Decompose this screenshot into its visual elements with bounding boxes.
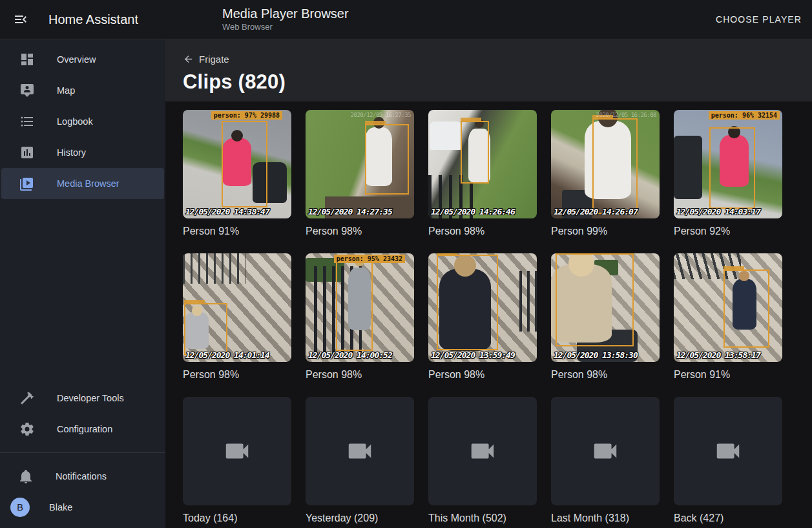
panel-subtitle: Web Browser xyxy=(222,23,349,32)
video-camera-icon xyxy=(590,436,620,466)
panel-title-block: Media Player Browser Web Browser xyxy=(222,6,349,32)
folder-card xyxy=(183,397,291,505)
sidebar-item-media-browser[interactable]: Media Browser xyxy=(1,168,164,199)
folder-item-yesterday-209[interactable]: Yesterday (209) xyxy=(306,397,414,528)
cog-icon xyxy=(19,421,35,437)
topbar-left: Home Assistant xyxy=(0,5,165,34)
chart-box-icon xyxy=(19,145,35,160)
scene-prop xyxy=(183,253,245,284)
timestamp-overlay: 12/05/2020 13:58:17 xyxy=(676,350,760,360)
tooltip-account-icon xyxy=(19,83,35,98)
clip-thumbnail: 12/05/2020 14:01:14 xyxy=(183,253,291,362)
sidebar-item-developer-tools[interactable]: Developer Tools xyxy=(1,383,164,414)
sidebar-item-history[interactable]: History xyxy=(1,137,164,168)
clip-item[interactable]: 2020/12/05 16:26:08 12/05/2020 14:26:07 … xyxy=(551,110,660,252)
clip-item[interactable]: person: 95% 23432 12/05/2020 14:00:52 Pe… xyxy=(306,253,414,396)
folder-card xyxy=(428,397,537,505)
sidebar-item-notifications[interactable]: Notifications xyxy=(0,461,165,492)
folder-label: Back (427) xyxy=(674,505,782,528)
video-camera-icon xyxy=(222,436,252,466)
detection-bbox xyxy=(365,124,408,195)
folder-card xyxy=(551,397,660,505)
folder-item-last-month-318[interactable]: Last Month (318) xyxy=(551,397,660,528)
sidebar-item-label: Logbook xyxy=(57,116,93,127)
timestamp-overlay: 12/05/2020 14:26:07 xyxy=(554,207,638,216)
scene-prop xyxy=(519,271,537,332)
sidebar-item-configuration[interactable]: Configuration xyxy=(1,414,164,445)
video-camera-icon xyxy=(468,436,497,466)
scene-prop xyxy=(430,121,462,150)
folder-item-back-427[interactable]: Back (427) xyxy=(674,397,782,528)
folder-label: Yesterday (209) xyxy=(306,505,414,528)
format-list-bulleted-icon xyxy=(19,114,35,129)
app-title: Home Assistant xyxy=(48,12,138,27)
breadcrumb[interactable]: Frigate xyxy=(183,39,229,65)
clip-caption: Person 91% xyxy=(674,362,782,396)
clip-item[interactable]: 12/05/2020 13:58:17 Person 91% xyxy=(674,253,782,396)
clip-thumbnail: 12/05/2020 13:59:49 xyxy=(428,253,537,362)
bell-icon xyxy=(18,469,34,484)
timestamp-overlay: 12/05/2020 13:59:49 xyxy=(431,350,515,360)
folder-item-today-164[interactable]: Today (164) xyxy=(183,397,291,528)
timestamp-overlay: 12/05/2020 14:03:17 xyxy=(676,207,760,216)
detection-bbox xyxy=(336,262,373,351)
media-browser-content: Frigate Clips (820) person: 97% 29988 12… xyxy=(165,39,812,528)
detection-label: person: 95% 23432 xyxy=(334,255,405,263)
sidebar-item-label: Map xyxy=(57,85,75,96)
clip-caption: Person 98% xyxy=(183,362,291,396)
choose-player-button[interactable]: CHOOSE PLAYER xyxy=(705,8,812,31)
page-title: Clips (820) xyxy=(183,70,812,94)
folder-card xyxy=(674,397,782,505)
folder-label: This Month (502) xyxy=(428,505,537,528)
sidebar-item-profile[interactable]: B Blake xyxy=(0,492,165,523)
clip-caption: Person 99% xyxy=(551,218,660,252)
clip-item[interactable]: 2020/12/05 16:27:35 12/05/2020 14:27:35 … xyxy=(306,110,414,252)
clip-caption: Person 98% xyxy=(551,362,660,396)
sidebar-item-label: Developer Tools xyxy=(57,393,124,403)
detection-label: person: 96% 32154 xyxy=(709,111,780,120)
clip-caption: Person 98% xyxy=(306,362,414,396)
folder-label: Last Month (318) xyxy=(551,505,660,528)
scene-prop xyxy=(674,136,702,198)
breadcrumb-label: Frigate xyxy=(199,54,229,65)
clip-item[interactable]: person: 97% 29988 12/05/2020 14:38:47 Pe… xyxy=(183,110,291,252)
clip-thumbnail: 12/05/2020 14:26:46 xyxy=(428,110,537,218)
sidebar-divider xyxy=(0,452,165,453)
top-app-bar: Home Assistant Media Player Browser Web … xyxy=(0,0,812,39)
folder-label: Today (164) xyxy=(183,505,291,528)
folder-item-this-month-502[interactable]: This Month (502) xyxy=(428,397,537,528)
clip-item[interactable]: 12/05/2020 14:01:14 Person 98% xyxy=(183,253,291,396)
clip-caption: Person 92% xyxy=(674,218,782,252)
sidebar-toggle-button[interactable] xyxy=(6,5,35,34)
clip-item[interactable]: 12/05/2020 13:58:30 Person 98% xyxy=(551,253,660,396)
timestamp-overlay: 12/05/2020 14:27:35 xyxy=(308,207,392,216)
menu-open-icon xyxy=(13,12,28,27)
clip-thumbnail: 12/05/2020 13:58:30 xyxy=(551,253,660,362)
clip-thumbnail: person: 96% 32154 12/05/2020 14:03:17 xyxy=(674,110,782,218)
sidebar-item-label: Media Browser xyxy=(57,178,120,189)
detection-bbox xyxy=(437,255,497,350)
detection-bbox xyxy=(556,253,634,346)
clip-item[interactable]: 12/05/2020 13:59:49 Person 98% xyxy=(428,253,537,396)
sidebar-item-overview[interactable]: Overview xyxy=(1,44,164,75)
play-box-multiple-icon xyxy=(19,176,35,191)
timestamp-overlay: 12/05/2020 13:58:30 xyxy=(554,350,638,360)
sidebar-tools-nav: Developer Tools Configuration xyxy=(0,378,165,445)
arrow-left-icon xyxy=(183,54,194,65)
clip-thumbnail: 12/05/2020 13:58:17 xyxy=(674,253,782,362)
detection-bbox xyxy=(592,118,638,214)
content-header: Frigate Clips (820) xyxy=(165,39,812,101)
sidebar-nav: Overview Map Logbook History Media Brows… xyxy=(0,39,165,199)
camera-osd-timestamp: 2020/12/05 16:27:35 xyxy=(351,112,411,118)
clip-caption: Person 98% xyxy=(428,362,537,396)
clip-item[interactable]: 12/05/2020 14:26:46 Person 98% xyxy=(428,110,537,252)
sidebar: Overview Map Logbook History Media Brows… xyxy=(0,39,165,528)
clip-item[interactable]: person: 96% 32154 12/05/2020 14:03:17 Pe… xyxy=(674,110,782,252)
detection-label: person: 97% 29988 xyxy=(211,111,282,120)
clip-caption: Person 98% xyxy=(306,218,414,252)
sidebar-item-logbook[interactable]: Logbook xyxy=(1,106,164,137)
clip-caption: Person 91% xyxy=(183,218,291,252)
sidebar-item-map[interactable]: Map xyxy=(1,75,164,106)
detection-bbox xyxy=(724,269,769,348)
sidebar-item-label: Notifications xyxy=(56,471,107,481)
